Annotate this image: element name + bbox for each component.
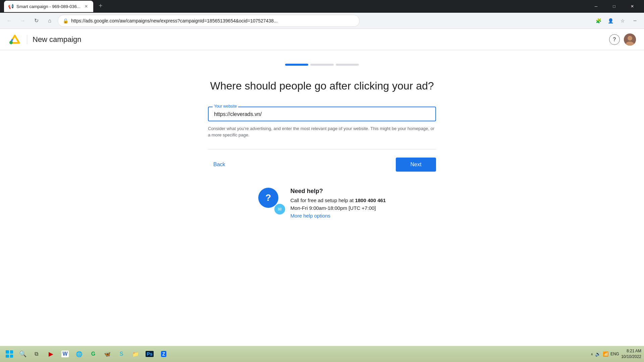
address-bar: ← → ↻ ⌂ 🔒 https://ads.google.com/aw/camp… bbox=[0, 13, 644, 29]
taskbar-pinned-apps: ▶ W 🌐 G 🦋 S 📁 Ps Z bbox=[44, 347, 170, 361]
header-divider bbox=[27, 35, 27, 44]
more-help-link[interactable]: More help options bbox=[290, 213, 330, 219]
taskbar-app-skype[interactable]: S bbox=[115, 347, 128, 361]
taskbar-app-browser[interactable]: 🌐 bbox=[72, 347, 86, 361]
close-button[interactable]: ✕ bbox=[625, 0, 640, 13]
progress-segment-1 bbox=[285, 64, 308, 66]
taskbar-search[interactable]: 🔍 bbox=[17, 349, 28, 359]
help-section: ? ✉ Need help? Call for free ad setup he… bbox=[258, 188, 386, 219]
tab-title: Smart campaign - 969-089-036... bbox=[16, 4, 80, 9]
website-form: Your website Consider what you're advert… bbox=[208, 107, 436, 188]
progress-bar bbox=[285, 64, 359, 66]
tab-close-button[interactable]: ✕ bbox=[83, 3, 89, 9]
header-actions: ? bbox=[609, 34, 636, 46]
forward-nav-button[interactable]: → bbox=[17, 15, 28, 26]
taskbar-app-word[interactable]: W bbox=[58, 347, 72, 361]
taskview-icon: ⧉ bbox=[35, 351, 38, 357]
help-text: Need help? Call for free ad setup help a… bbox=[290, 188, 386, 219]
tray-chevron[interactable]: ∧ bbox=[591, 352, 593, 356]
help-chat-icon: ? bbox=[258, 188, 278, 208]
help-icon-group: ? ✉ bbox=[258, 188, 285, 215]
favorites-button[interactable]: ☆ bbox=[617, 15, 628, 26]
lang-indicator[interactable]: ENG bbox=[610, 352, 619, 356]
taskbar-app-zalo[interactable]: Z bbox=[157, 347, 170, 361]
next-button[interactable]: Next bbox=[396, 158, 436, 172]
svg-point-2 bbox=[628, 36, 632, 41]
form-navigation: Back Next bbox=[208, 158, 436, 172]
input-hint: Consider what you're advertising, and en… bbox=[208, 125, 436, 138]
url-text: https://ads.google.com/aw/campaigns/new/… bbox=[71, 18, 355, 23]
question-heading: Where should people go after clicking yo… bbox=[210, 79, 434, 93]
system-clock[interactable]: 8:21 AM 10/10/2022 bbox=[621, 348, 641, 360]
help-call-text: Call for free ad setup help at 1800 400 … bbox=[290, 197, 386, 203]
message-icon: ✉ bbox=[278, 206, 282, 212]
taskbar-app-photoshop[interactable]: Ps bbox=[143, 347, 156, 361]
browser-titlebar: 📢 Smart campaign - 969-089-036... ✕ + ─ … bbox=[0, 0, 644, 13]
system-tray: ∧ 🔊 📶 ENG 8:21 AM 10/10/2022 bbox=[591, 348, 641, 360]
clock-time: 8:21 AM bbox=[621, 348, 641, 354]
browser-toolbar-actions: 🧩 👤 ☆ ··· bbox=[593, 15, 640, 26]
back-button[interactable]: Back bbox=[208, 159, 231, 170]
taskbar: 🔍 ⧉ ▶ W 🌐 G 🦋 S 📁 Ps Z bbox=[0, 346, 644, 362]
extensions-button[interactable]: 🧩 bbox=[593, 15, 604, 26]
clock-date: 10/10/2022 bbox=[621, 354, 641, 360]
input-label: Your website bbox=[213, 104, 238, 109]
lock-icon: 🔒 bbox=[63, 18, 68, 23]
refresh-button[interactable]: ↻ bbox=[31, 15, 42, 26]
website-input-wrapper: Your website bbox=[208, 107, 436, 121]
google-ads-logo bbox=[8, 33, 21, 46]
main-content: Where should people go after clicking yo… bbox=[0, 50, 644, 251]
help-message-icon: ✉ bbox=[274, 204, 285, 215]
app-header: New campaign ? bbox=[0, 29, 644, 50]
help-phone: 1800 400 461 bbox=[355, 197, 386, 203]
windows-logo bbox=[6, 350, 13, 358]
back-nav-button[interactable]: ← bbox=[4, 15, 15, 26]
page-title: New campaign bbox=[33, 35, 82, 44]
taskbar-app-game[interactable]: G bbox=[87, 347, 100, 361]
minimize-button[interactable]: ─ bbox=[588, 0, 604, 13]
window-controls: ─ □ ✕ bbox=[588, 0, 640, 13]
url-bar[interactable]: 🔒 https://ads.google.com/aw/campaigns/ne… bbox=[58, 15, 360, 27]
question-mark-icon: ? bbox=[265, 192, 271, 203]
tab-favicon: 📢 bbox=[8, 4, 14, 9]
taskbar-app-files[interactable]: 📁 bbox=[129, 347, 142, 361]
help-hours: Mon-Fri 9:00am-18:00pm [UTC +7:00] bbox=[290, 205, 386, 211]
call-text: Call for free ad setup help at bbox=[290, 197, 354, 203]
tray-sound-icon: 🔊 bbox=[595, 351, 601, 357]
maximize-button[interactable]: □ bbox=[606, 0, 622, 13]
active-tab[interactable]: 📢 Smart campaign - 969-089-036... ✕ bbox=[4, 1, 93, 12]
new-tab-button[interactable]: + bbox=[96, 1, 105, 11]
taskbar-app-video[interactable]: ▶ bbox=[44, 347, 58, 361]
settings-button[interactable]: ··· bbox=[629, 15, 640, 26]
help-title: Need help? bbox=[290, 188, 386, 195]
progress-segment-3 bbox=[336, 64, 359, 66]
home-button[interactable]: ⌂ bbox=[44, 15, 55, 26]
taskbar-app-edge[interactable]: 🦋 bbox=[101, 347, 114, 361]
account-button[interactable]: 👤 bbox=[605, 15, 616, 26]
form-divider bbox=[208, 149, 436, 149]
tray-wifi-icon: 📶 bbox=[603, 351, 608, 357]
website-input[interactable] bbox=[214, 111, 430, 117]
svg-point-0 bbox=[9, 41, 13, 44]
taskbar-taskview[interactable]: ⧉ bbox=[30, 347, 43, 361]
user-avatar[interactable] bbox=[624, 34, 636, 46]
help-button[interactable]: ? bbox=[609, 34, 620, 45]
start-button[interactable] bbox=[3, 347, 16, 361]
progress-segment-2 bbox=[310, 64, 333, 66]
